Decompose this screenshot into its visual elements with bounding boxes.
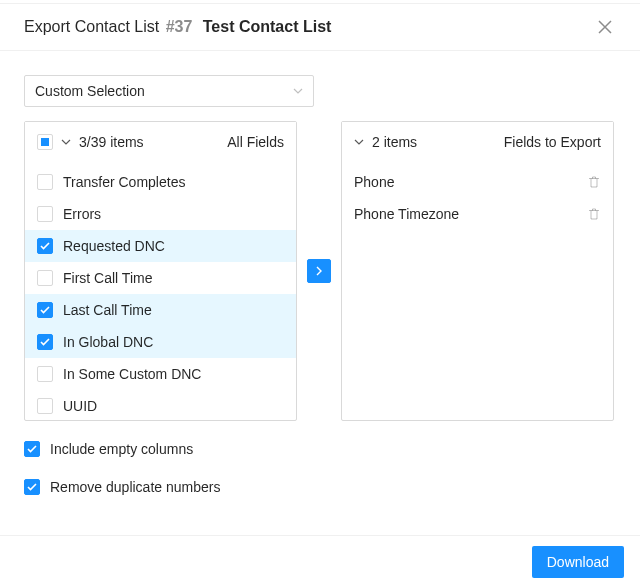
close-icon bbox=[598, 20, 612, 34]
include-empty-option: Include empty columns bbox=[24, 441, 616, 457]
collapse-toggle[interactable] bbox=[61, 137, 71, 147]
field-checkbox[interactable] bbox=[37, 206, 53, 222]
field-label: In Some Custom DNC bbox=[63, 366, 201, 382]
field-checkbox[interactable] bbox=[37, 366, 53, 382]
export-fields-title: Fields to Export bbox=[504, 134, 601, 150]
select-all-checkbox[interactable] bbox=[37, 134, 53, 150]
field-label: Transfer Completes bbox=[63, 174, 185, 190]
remove-field-button[interactable] bbox=[587, 175, 601, 189]
title-prefix: Export Contact List bbox=[24, 18, 159, 35]
modal-body: Custom Selection 3/39 items All Fields bbox=[0, 51, 640, 535]
chevron-down-icon bbox=[61, 137, 71, 147]
modal-footer: Download bbox=[0, 535, 640, 587]
include-empty-checkbox[interactable] bbox=[24, 441, 40, 457]
available-fields-header-left: 3/39 items bbox=[37, 134, 144, 150]
download-button[interactable]: Download bbox=[532, 546, 624, 578]
check-icon bbox=[40, 338, 50, 346]
available-field-item[interactable]: In Some Custom DNC bbox=[25, 358, 296, 390]
field-label: Errors bbox=[63, 206, 101, 222]
export-field-item[interactable]: Phone Timezone bbox=[342, 198, 613, 230]
chevron-right-icon bbox=[314, 266, 324, 276]
field-checkbox[interactable] bbox=[37, 270, 53, 286]
remove-field-button[interactable] bbox=[587, 207, 601, 221]
available-fields-panel: 3/39 items All Fields Transfer Completes… bbox=[24, 121, 297, 421]
available-field-item[interactable]: Last Call Time bbox=[25, 294, 296, 326]
title-list-name: Test Contact List bbox=[203, 18, 332, 35]
transfer-container: 3/39 items All Fields Transfer Completes… bbox=[24, 121, 616, 421]
available-fields-count: 3/39 items bbox=[79, 134, 144, 150]
available-fields-list[interactable]: Transfer CompletesErrorsRequested DNCFir… bbox=[25, 162, 296, 420]
available-fields-title: All Fields bbox=[227, 134, 284, 150]
available-field-item[interactable]: In Global DNC bbox=[25, 326, 296, 358]
close-button[interactable] bbox=[594, 16, 616, 38]
modal-title: Export Contact List #37 Test Contact Lis… bbox=[24, 16, 331, 38]
trash-icon bbox=[587, 207, 601, 221]
check-icon bbox=[27, 445, 37, 453]
field-checkbox[interactable] bbox=[37, 174, 53, 190]
field-label: In Global DNC bbox=[63, 334, 153, 350]
available-field-item[interactable]: Requested DNC bbox=[25, 230, 296, 262]
field-label: Phone Timezone bbox=[354, 206, 459, 222]
field-checkbox[interactable] bbox=[37, 238, 53, 254]
available-field-item[interactable]: Errors bbox=[25, 198, 296, 230]
available-field-item[interactable]: First Call Time bbox=[25, 262, 296, 294]
remove-dup-label: Remove duplicate numbers bbox=[50, 479, 220, 495]
available-field-item[interactable]: Transfer Completes bbox=[25, 166, 296, 198]
available-field-item[interactable]: UUID bbox=[25, 390, 296, 420]
field-label: First Call Time bbox=[63, 270, 152, 286]
chevron-down-icon bbox=[293, 86, 303, 96]
export-field-item[interactable]: Phone bbox=[342, 166, 613, 198]
export-modal: Export Contact List #37 Test Contact Lis… bbox=[0, 0, 640, 587]
field-label: UUID bbox=[63, 398, 97, 414]
field-label: Requested DNC bbox=[63, 238, 165, 254]
check-icon bbox=[27, 483, 37, 491]
field-checkbox[interactable] bbox=[37, 334, 53, 350]
title-list-number: #37 bbox=[166, 18, 193, 35]
include-empty-label: Include empty columns bbox=[50, 441, 193, 457]
dropdown-selected-value: Custom Selection bbox=[35, 83, 145, 99]
export-fields-panel: 2 items Fields to Export PhonePhone Time… bbox=[341, 121, 614, 421]
available-fields-header: 3/39 items All Fields bbox=[25, 122, 296, 162]
export-fields-list[interactable]: PhonePhone Timezone bbox=[342, 162, 613, 420]
field-label: Phone bbox=[354, 174, 394, 190]
collapse-toggle[interactable] bbox=[354, 137, 364, 147]
transfer-op-column bbox=[297, 121, 341, 421]
field-checkbox[interactable] bbox=[37, 398, 53, 414]
field-checkbox[interactable] bbox=[37, 302, 53, 318]
chevron-down-icon bbox=[354, 137, 364, 147]
export-fields-count: 2 items bbox=[372, 134, 417, 150]
check-icon bbox=[40, 306, 50, 314]
trash-icon bbox=[587, 175, 601, 189]
field-label: Last Call Time bbox=[63, 302, 152, 318]
remove-dup-option: Remove duplicate numbers bbox=[24, 479, 616, 495]
field-selection-dropdown[interactable]: Custom Selection bbox=[24, 75, 314, 107]
export-options: Include empty columns Remove duplicate n… bbox=[24, 441, 616, 495]
export-fields-header: 2 items Fields to Export bbox=[342, 122, 613, 162]
remove-dup-checkbox[interactable] bbox=[24, 479, 40, 495]
export-fields-header-left: 2 items bbox=[354, 134, 417, 150]
modal-header: Export Contact List #37 Test Contact Lis… bbox=[0, 4, 640, 51]
move-right-button[interactable] bbox=[307, 259, 331, 283]
check-icon bbox=[40, 242, 50, 250]
